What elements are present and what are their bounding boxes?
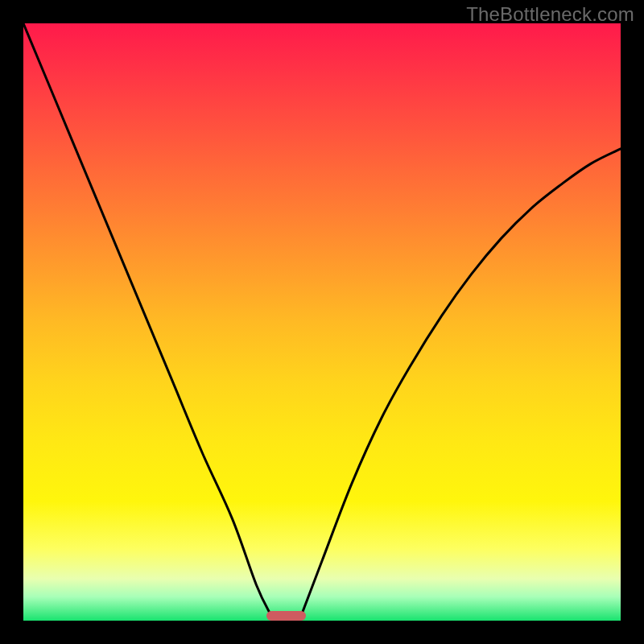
right-curve	[301, 149, 621, 616]
watermark-text: TheBottleneck.com	[466, 3, 634, 26]
chart-area	[23, 23, 621, 621]
optimum-marker	[266, 611, 305, 621]
curve-layer	[23, 23, 621, 621]
left-curve	[23, 23, 271, 616]
